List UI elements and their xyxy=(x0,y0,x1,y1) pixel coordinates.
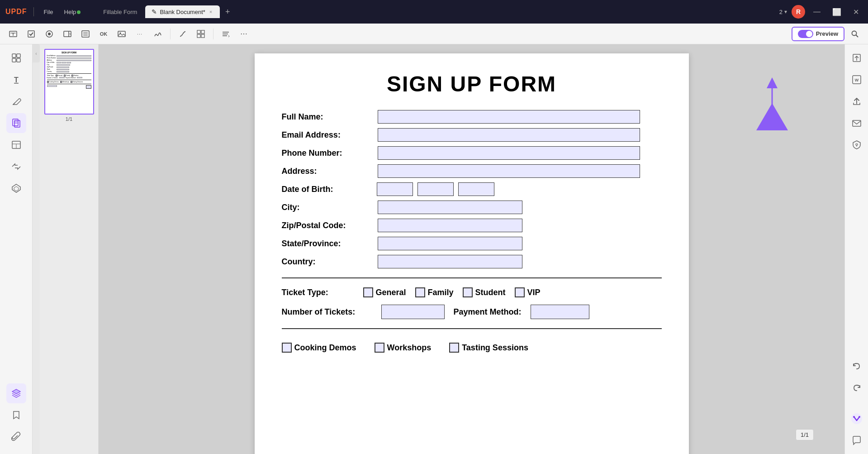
country-label: Country: xyxy=(282,257,372,267)
list-icon xyxy=(81,29,90,38)
country-input[interactable] xyxy=(378,255,522,268)
dob-month-input[interactable] xyxy=(377,182,413,196)
tab-fillable-label: Fillable Form xyxy=(103,9,137,15)
sidebar-item-compress[interactable] xyxy=(6,178,26,198)
ticket-family-checkbox[interactable] xyxy=(415,287,425,297)
updf-logo[interactable]: UPDF xyxy=(5,8,27,16)
email-label: Email Address: xyxy=(282,130,372,140)
maximize-button[interactable]: ⬜ xyxy=(829,7,845,17)
signature-btn[interactable] xyxy=(150,26,166,42)
group-icon xyxy=(196,29,205,38)
preview-toggle[interactable] xyxy=(798,30,813,38)
payment-input[interactable] xyxy=(531,305,589,319)
text-field-btn[interactable]: T xyxy=(5,26,21,42)
topbar-right: 2 ▾ R — ⬜ ✕ xyxy=(779,5,863,19)
checkbox-btn[interactable] xyxy=(24,26,39,42)
email-input[interactable] xyxy=(378,128,640,142)
main-content: T xyxy=(0,44,868,454)
dob-year-input[interactable] xyxy=(458,182,494,196)
preview-label: Preview xyxy=(816,30,838,37)
list-btn[interactable] xyxy=(78,26,93,42)
tab-area: Fillable Form ✎ Blank Document* × + xyxy=(97,5,776,18)
help-menu[interactable]: Help xyxy=(61,7,85,17)
combo-btn[interactable] xyxy=(60,26,75,42)
thumbnail-page-1[interactable]: SIGN UP FORM Email Address: Phone Number… xyxy=(44,49,94,122)
user-avatar[interactable]: R xyxy=(792,5,805,19)
sidebar-item-layers[interactable] xyxy=(6,383,26,403)
cooking-demos-checkbox[interactable] xyxy=(282,343,292,353)
more-options-btn[interactable]: ⋯ xyxy=(236,26,251,42)
state-input[interactable] xyxy=(378,237,522,250)
ticket-general-label: General xyxy=(376,288,406,297)
sidebar-item-thumbnails[interactable] xyxy=(6,48,26,68)
dob-day-input[interactable] xyxy=(417,182,454,196)
tasting-sessions-checkbox[interactable] xyxy=(449,343,459,353)
right-sidebar-convert[interactable]: W xyxy=(847,70,867,90)
svg-rect-14 xyxy=(197,30,200,33)
right-sidebar-updf-logo[interactable] xyxy=(847,409,867,429)
svg-text:W: W xyxy=(854,78,859,82)
num-tickets-input[interactable] xyxy=(381,305,445,319)
link-btn[interactable] xyxy=(175,26,190,42)
right-sidebar-chat[interactable] xyxy=(847,430,867,450)
zip-input[interactable] xyxy=(378,219,522,232)
svg-rect-46 xyxy=(853,120,861,126)
workshops-checkbox[interactable] xyxy=(375,343,384,353)
tab-blank-document[interactable]: ✎ Blank Document* × xyxy=(145,5,220,18)
right-sidebar-email[interactable] xyxy=(847,113,867,133)
cooking-demos-label: Cooking Demos xyxy=(294,343,356,353)
phone-input[interactable] xyxy=(378,146,640,160)
preview-button[interactable]: Preview xyxy=(792,27,844,41)
svg-text:T: T xyxy=(14,76,19,84)
right-sidebar-undo[interactable] xyxy=(847,356,867,376)
tasting-sessions-label: Tasting Sessions xyxy=(462,343,528,353)
full-name-input[interactable] xyxy=(378,110,640,124)
divider-2 xyxy=(282,328,662,329)
right-sidebar-protect[interactable] xyxy=(847,135,867,155)
svg-rect-17 xyxy=(201,34,204,38)
radio-btn[interactable] xyxy=(42,26,57,42)
address-input[interactable] xyxy=(378,164,640,178)
sidebar-item-forms[interactable] xyxy=(6,135,26,155)
tab-blank-label: Blank Document* xyxy=(160,9,205,15)
svg-point-5 xyxy=(48,33,51,35)
mini-title: SIGN UP FORM xyxy=(47,52,91,54)
file-menu[interactable]: File xyxy=(40,7,57,17)
ticket-vip-checkbox[interactable] xyxy=(515,287,525,297)
more-fields-btn[interactable]: ··· xyxy=(132,26,147,42)
svg-point-50 xyxy=(853,416,855,418)
sidebar-collapse-handle[interactable]: ‹ xyxy=(33,44,40,62)
zip-label: Zip/Postal Code: xyxy=(282,221,372,230)
sidebar-item-clip[interactable] xyxy=(6,427,26,447)
city-input[interactable] xyxy=(378,201,522,214)
group-btn[interactable] xyxy=(193,26,209,42)
sidebar-item-convert[interactable] xyxy=(6,157,26,177)
city-label: City: xyxy=(282,203,372,212)
right-sidebar-share[interactable] xyxy=(847,91,867,111)
sidebar-item-pages[interactable] xyxy=(6,113,26,133)
page-nav-arrow[interactable]: ▾ xyxy=(784,9,787,15)
image-btn[interactable] xyxy=(114,26,129,42)
close-window-button[interactable]: ✕ xyxy=(849,7,863,17)
search-button[interactable] xyxy=(847,26,863,42)
ticket-student-checkbox[interactable] xyxy=(463,287,473,297)
tab-fillable-form[interactable]: Fillable Form xyxy=(97,6,143,18)
ticket-family-group: Family xyxy=(415,287,454,297)
svg-marker-41 xyxy=(756,103,788,130)
ok-btn[interactable]: OK xyxy=(96,26,111,42)
right-sidebar-export[interactable] xyxy=(847,48,867,68)
toggle-knob xyxy=(806,31,812,37)
minimize-button[interactable]: — xyxy=(810,7,824,17)
radio-icon xyxy=(45,29,54,38)
sidebar-item-annotate[interactable] xyxy=(6,91,26,111)
tab-blank-icon: ✎ xyxy=(152,8,157,15)
text-field-icon: T xyxy=(9,29,18,38)
add-tab-button[interactable]: + xyxy=(222,6,233,18)
align-btn[interactable] xyxy=(218,26,233,42)
tab-close-btn[interactable]: × xyxy=(208,9,213,15)
sidebar-item-bookmark[interactable] xyxy=(6,405,26,425)
right-sidebar-redo[interactable] xyxy=(847,378,867,398)
combo-icon xyxy=(63,29,72,38)
sidebar-item-text[interactable]: T xyxy=(6,70,26,90)
ticket-general-checkbox[interactable] xyxy=(363,287,373,297)
